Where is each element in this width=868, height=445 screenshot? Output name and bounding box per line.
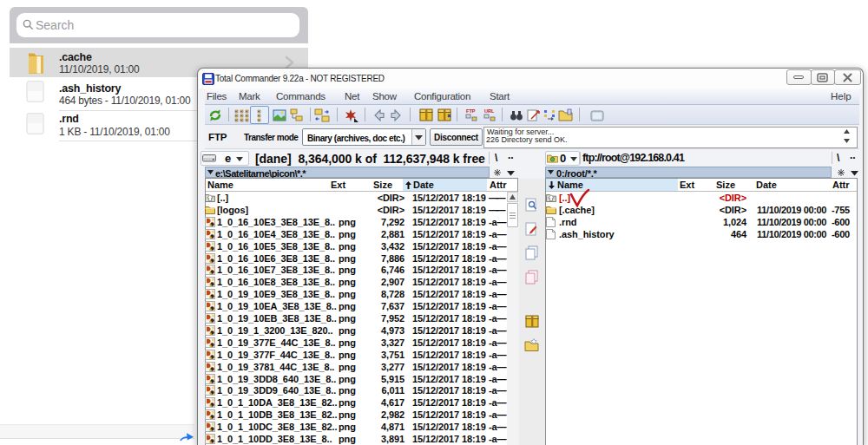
svg-text:FTP: FTP [466,108,476,114]
svg-text:URL: URL [484,108,495,114]
